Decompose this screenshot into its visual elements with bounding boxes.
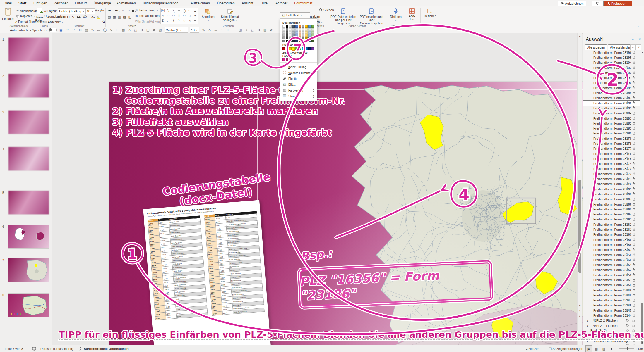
lock-icon[interactable] (632, 242, 636, 247)
section-button[interactable]: ▤Abschnitt⌄ (44, 20, 63, 24)
shape-item-23194[interactable]: Freihandform: Form 23194 (583, 60, 640, 65)
visibility-icon[interactable] (626, 65, 629, 70)
visibility-icon[interactable] (626, 126, 629, 131)
shape-item-23188[interactable]: Freihandform: Form 23188 (583, 90, 640, 95)
lock-icon[interactable] (632, 283, 636, 287)
qat-icon-b5[interactable]: ≣ (232, 28, 237, 32)
lock-icon[interactable] (632, 253, 636, 257)
theme-tint-swatch-4-7[interactable] (305, 40, 308, 42)
standard-color-swatch-2[interactable] (289, 47, 292, 50)
lock-icon[interactable] (632, 162, 636, 166)
reading-view-button[interactable]: ▥ (601, 345, 607, 352)
shape-item-23168[interactable]: Freihandform: Form 23168 (583, 191, 640, 196)
theme-tint-swatch-2-7[interactable] (305, 34, 308, 37)
shape-item-23189[interactable]: Freihandform: Form 23189 (583, 85, 640, 90)
shape-item-23185[interactable]: Freihandform: Form 23185 (583, 106, 640, 111)
menu-tab-überprüfen[interactable]: Überprüfen (217, 0, 235, 6)
visibility-icon[interactable] (626, 273, 629, 277)
theme-tint-swatch-0-9[interactable] (311, 28, 314, 31)
visibility-icon[interactable] (626, 51, 629, 55)
visibility-icon[interactable] (626, 172, 629, 176)
fill-menu-item-weitere-f-llfarben-[interactable]: Weitere Füllfarben... (282, 70, 315, 76)
shape-item-23184[interactable]: Freihandform: Form 23184 (583, 111, 640, 116)
theme-color-swatch-4[interactable] (295, 25, 298, 28)
shape-item-23170[interactable]: Freihandform: Form 23170 (583, 182, 640, 187)
next-slide-icon[interactable]: ↡ (578, 315, 582, 318)
shape-item-23195[interactable]: Freihandform: Form 23195 (583, 55, 640, 60)
visibility-icon[interactable] (626, 91, 629, 95)
theme-tint-swatch-0-4[interactable] (295, 28, 298, 31)
align-center-button[interactable]: ▦ (113, 15, 116, 19)
shape-item-23165[interactable]: Freihandform: Form 23165 (583, 207, 640, 212)
italic-button[interactable]: K (62, 15, 65, 19)
slideshow-view-button[interactable]: ⏵ (608, 345, 615, 352)
menu-tab-animationen[interactable]: Animationen (116, 0, 136, 6)
scroll-down-icon[interactable]: ▼ (578, 304, 582, 307)
lock-icon[interactable] (632, 151, 636, 156)
save-icon[interactable]: ▣ (59, 28, 63, 32)
theme-color-swatch-8[interactable] (308, 25, 311, 28)
align-left-button[interactable]: ▤ (108, 15, 111, 19)
visibility-icon[interactable] (626, 121, 629, 125)
fill-menu-item-bild-[interactable]: Bild... (282, 82, 315, 87)
lock-icon[interactable] (632, 51, 636, 55)
visibility-icon[interactable] (626, 253, 629, 257)
shape-item-23155[interactable]: Freihandform: Form 23155 (583, 257, 640, 262)
qat-icon-3[interactable]: ▭ (97, 28, 101, 32)
shape-item-23157[interactable]: Freihandform: Form 23157 (583, 247, 640, 252)
shape-gallery[interactable]: 🄰╲╲▭◯⬭▴ △◠⇨⇩◠☆▾ Ƨ◡{}☆∿≡ (160, 8, 198, 24)
show-all-button[interactable]: Alle anzeigen (585, 44, 607, 50)
qat-icon-8[interactable]: A (127, 28, 132, 32)
shape-item-23164[interactable]: Freihandform: Form 23164 (583, 212, 640, 217)
brandenburg-plz-map[interactable] (308, 83, 614, 352)
qat-icon-6[interactable]: ≔ (115, 28, 119, 32)
theme-tint-swatch-1-1[interactable] (286, 31, 288, 34)
theme-tint-swatch-1-8[interactable] (308, 31, 311, 34)
theme-tint-swatch-1-3[interactable] (292, 31, 295, 34)
visibility-icon[interactable] (626, 116, 629, 120)
lock-icon[interactable] (632, 70, 636, 75)
visibility-icon[interactable] (626, 182, 629, 186)
theme-tint-swatch-2-3[interactable] (292, 34, 295, 37)
lock-icon[interactable] (632, 298, 636, 303)
shape-item-23151[interactable]: Freihandform: Form 23151 (583, 277, 640, 282)
menu-tab-datei[interactable]: Datei (3, 0, 12, 6)
lock-icon[interactable] (632, 131, 636, 136)
theme-tint-swatch-4-5[interactable] (299, 40, 301, 42)
hide-all-button[interactable]: Alle ausblenden (608, 44, 633, 50)
visibility-icon[interactable] (626, 177, 629, 181)
visibility-icon[interactable] (626, 146, 629, 151)
shape-item-23144[interactable]: Freihandform: Form 23144 (583, 313, 640, 318)
numbering-button[interactable]: ≕⌄ (115, 9, 120, 13)
qat-icon-b7[interactable]: ☆ (244, 28, 249, 32)
visibility-icon[interactable] (626, 197, 629, 201)
shape-item-23159[interactable]: Freihandform: Form 23159 (583, 237, 640, 242)
lock-icon[interactable] (632, 91, 636, 95)
autosave-toggle[interactable] (49, 28, 57, 32)
zoom-slider[interactable] (619, 348, 634, 349)
standard-color-swatch-4[interactable] (295, 47, 298, 50)
bold-button[interactable]: F (58, 15, 60, 19)
theme-tint-swatch-1-4[interactable] (295, 31, 298, 34)
theme-tint-swatch-1-5[interactable] (299, 31, 301, 34)
theme-tint-swatch-2-2[interactable] (289, 34, 292, 37)
move-down-button[interactable]: ˅ (636, 44, 641, 50)
fill-menu-item-pipette[interactable]: Pipette (282, 76, 315, 82)
shape-item-23149[interactable]: Freihandform: Form 23149 (583, 288, 640, 293)
zoom-slider-thumb[interactable] (627, 347, 628, 350)
visibility-off-icon[interactable] (625, 318, 629, 323)
paste-button[interactable]: Einfügen⌄ (2, 8, 15, 24)
visibility-icon[interactable] (626, 298, 629, 303)
theme-tint-swatch-0-0[interactable] (282, 28, 285, 31)
lock-icon[interactable] (632, 273, 636, 277)
standard-color-swatch-9[interactable] (311, 47, 314, 50)
lock-icon[interactable] (632, 76, 636, 80)
shape-item-23161[interactable]: Freihandform: Form 23161 (583, 227, 640, 232)
theme-tint-swatch-4-1[interactable] (286, 40, 288, 42)
visibility-icon[interactable] (626, 263, 629, 267)
visibility-icon[interactable] (626, 106, 629, 110)
theme-tint-swatch-3-5[interactable] (299, 37, 301, 39)
lock-icon[interactable] (632, 227, 636, 232)
lock-icon[interactable] (632, 141, 636, 146)
display-icon[interactable] (32, 345, 36, 352)
